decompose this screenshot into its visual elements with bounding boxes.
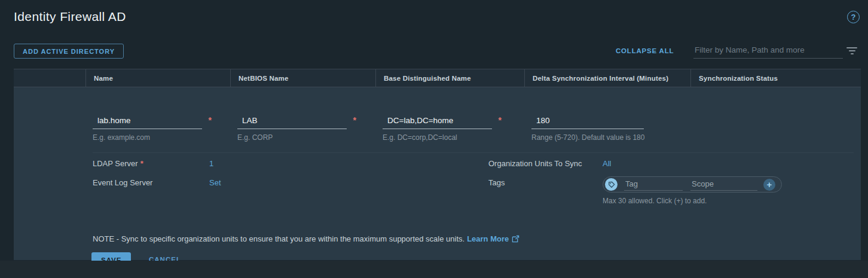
tags-hint: Max 30 allowed. Click (+) to add. [603,197,707,205]
ldap-server-label: LDAP Server* [93,159,143,168]
sync-interval-field[interactable] [531,114,644,129]
table-header-row: Name NetBIOS Name Base Distinguished Nam… [14,69,861,87]
org-units-label: Organization Units To Sync [488,159,582,168]
base-dn-field[interactable] [383,114,492,129]
required-asterisk: * [140,159,143,168]
filter-icon[interactable] [846,47,857,54]
column-header-name[interactable]: Name [85,69,230,87]
tags-pill: + [603,176,782,193]
required-asterisk: * [353,115,356,125]
required-asterisk: * [499,115,502,125]
sync-interval-field-group: Range (5-720). Default value is 180 [531,114,644,142]
column-header-sync-status[interactable]: Synchronization Status [690,69,861,87]
question-mark-glyph: ? [851,13,856,22]
netbios-field[interactable] [237,114,347,129]
column-header-sync-interval[interactable]: Delta Synchronization Interval (Minutes) [524,69,690,87]
event-log-server-label: Event Log Server [93,178,152,187]
name-field-hint: E.g. example.com [93,133,202,142]
netbios-field-hint: E.g. CORP [237,133,347,142]
filter-input-wrapper [693,43,843,59]
column-header-netbios[interactable]: NetBIOS Name [230,69,375,87]
section-divider [93,152,854,153]
filter-input[interactable] [693,43,843,59]
ldap-server-count-link[interactable]: 1 [209,159,213,168]
page-title: Identity Firewall AD [14,10,126,24]
learn-more-link[interactable]: Learn More [467,234,509,243]
netbios-field-group: * E.g. CORP [237,114,347,142]
active-directory-table: Name NetBIOS Name Base Distinguished Nam… [14,69,861,260]
collapse-all-link[interactable]: COLLAPSE ALL [616,47,674,54]
page-footer-area [0,261,868,278]
tag-input[interactable] [624,179,683,191]
tags-label: Tags [488,178,505,187]
base-dn-field-group: * E.g. DC=corp,DC=local [383,114,492,142]
tag-icon[interactable] [605,178,618,191]
scope-input[interactable] [690,179,757,191]
column-header-expander [14,69,85,87]
add-active-directory-button[interactable]: ADD ACTIVE DIRECTORY [14,44,124,59]
note-text: NOTE - Sync to specific organization uni… [93,234,519,245]
help-icon[interactable]: ? [847,11,860,23]
event-log-server-set-link[interactable]: Set [209,178,221,187]
name-field-group: * E.g. example.com [93,114,202,142]
add-tag-icon[interactable]: + [763,179,775,191]
base-dn-field-hint: E.g. DC=corp,DC=local [383,133,492,142]
column-header-base-dn[interactable]: Base Distinguished Name [375,69,524,87]
sync-interval-field-hint: Range (5-720). Default value is 180 [531,133,644,142]
tag-glyph [608,181,615,188]
table-edit-row: * E.g. example.com * E.g. CORP * E.g. DC… [14,87,861,260]
org-units-all-link[interactable]: All [603,159,611,168]
external-link-icon[interactable] [512,235,519,245]
name-field[interactable] [93,114,202,129]
required-asterisk: * [209,115,212,125]
